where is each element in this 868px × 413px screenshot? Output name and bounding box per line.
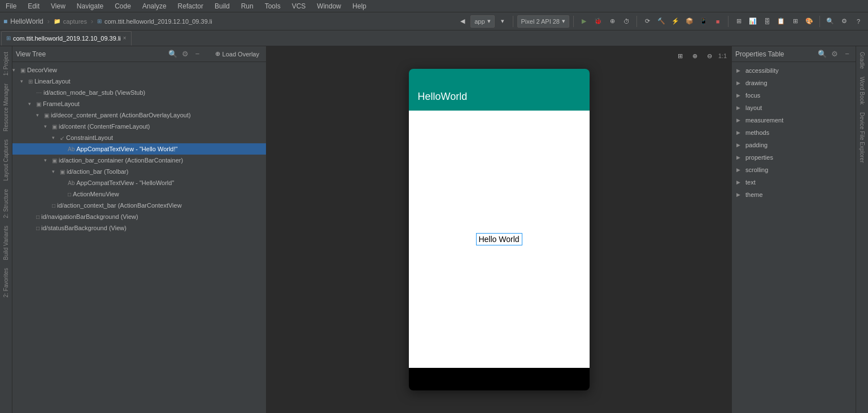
- prop-expand-arrow[interactable]: ▶: [736, 117, 744, 123]
- prop-expand-arrow[interactable]: ▶: [736, 68, 744, 73]
- props-minimize-btn[interactable]: −: [842, 49, 852, 59]
- prop-item[interactable]: ▶drawing: [732, 77, 856, 89]
- theme-btn[interactable]: 🎨: [803, 15, 815, 28]
- prop-expand-arrow[interactable]: ▶: [736, 142, 744, 148]
- view-tree-settings-btn[interactable]: ⚙: [180, 49, 190, 59]
- tree-item[interactable]: □ActionMenuView: [12, 188, 266, 200]
- props-search-btn[interactable]: 🔍: [817, 49, 827, 59]
- edge-tab-gradle[interactable]: Gradle: [858, 49, 866, 72]
- tree-item[interactable]: ▾▣id/decor_content_parent (ActionBarOver…: [12, 109, 266, 121]
- profiler-btn[interactable]: 📊: [747, 15, 759, 28]
- tree-item[interactable]: ▾▣id/content (ContentFrameLayout): [12, 121, 266, 132]
- build-btn[interactable]: 🔨: [655, 15, 668, 28]
- tree-item[interactable]: AbAppCompatTextView - "HelloWorld": [12, 177, 266, 188]
- device-dropdown[interactable]: Pixel 2 API 28 ▾: [517, 15, 570, 28]
- prop-expand-arrow[interactable]: ▶: [736, 130, 744, 135]
- prop-item[interactable]: ▶theme: [732, 188, 856, 201]
- help-btn[interactable]: ?: [852, 15, 865, 28]
- tree-item[interactable]: ▾↙ConstraintLayout: [12, 132, 266, 143]
- prop-item[interactable]: ▶methods: [732, 126, 856, 139]
- tree-item[interactable]: ▾▣id/action_bar (Toolbar): [12, 166, 266, 177]
- prop-item[interactable]: ▶layout: [732, 102, 856, 114]
- logcat-btn[interactable]: 📋: [775, 15, 787, 28]
- view-tree-search-btn[interactable]: 🔍: [168, 49, 178, 59]
- prop-item[interactable]: ▶properties: [732, 151, 856, 164]
- prop-expand-arrow[interactable]: ▶: [736, 167, 744, 173]
- props-settings-btn[interactable]: ⚙: [830, 49, 840, 59]
- reduce-zoom-btn[interactable]: ⊖: [704, 50, 716, 62]
- menu-navigate[interactable]: Navigate: [75, 1, 106, 11]
- dropdown-arrow[interactable]: ▾: [496, 15, 509, 28]
- layout-inspector-btn[interactable]: ⊞: [732, 15, 745, 28]
- menu-vcs[interactable]: VCS: [290, 1, 308, 11]
- prop-expand-arrow[interactable]: ▶: [736, 93, 744, 98]
- tree-item[interactable]: ▾▣id/action_bar_container (ActionBarCont…: [12, 155, 266, 166]
- tree-expand-arrow[interactable]: ▾: [44, 124, 52, 129]
- terminal-btn[interactable]: ⊞: [789, 15, 801, 28]
- prop-item[interactable]: ▶scrolling: [732, 164, 856, 176]
- edge-tab-device-files[interactable]: Device File Explorer: [858, 109, 866, 166]
- load-overlay-btn[interactable]: ⊕ Load Overlay: [212, 49, 263, 59]
- tree-item[interactable]: AbAppCompatTextView - "Hello World!": [12, 143, 266, 155]
- tree-expand-arrow[interactable]: ▾: [44, 157, 52, 163]
- tree-item[interactable]: ▾▣DecorView: [12, 64, 266, 76]
- tree-item[interactable]: □id/statusBarBackground (View): [12, 222, 266, 234]
- stop-btn[interactable]: ■: [712, 15, 724, 28]
- menu-tools[interactable]: Tools: [263, 1, 283, 11]
- tree-expand-arrow[interactable]: ▾: [20, 78, 28, 84]
- menu-code[interactable]: Code: [112, 1, 133, 11]
- tree-expand-arrow[interactable]: ▾: [52, 169, 60, 174]
- prop-item[interactable]: ▶accessibility: [732, 64, 856, 77]
- tree-item[interactable]: □id/action_context_bar (ActionBarContext…: [12, 200, 266, 211]
- tree-expand-arrow[interactable]: ▾: [36, 112, 44, 118]
- tree-expand-arrow[interactable]: ▾: [52, 135, 60, 140]
- sidebar-tab-build[interactable]: Build Variants: [2, 222, 10, 263]
- edge-tab-wordbook[interactable]: Word Book: [858, 73, 866, 108]
- prop-item[interactable]: ▶text: [732, 176, 856, 188]
- menu-help[interactable]: Help: [350, 1, 369, 11]
- prop-expand-arrow[interactable]: ▶: [736, 80, 744, 86]
- menu-build[interactable]: Build: [212, 1, 232, 11]
- menu-run[interactable]: Run: [239, 1, 256, 11]
- back-btn[interactable]: ◀: [456, 15, 469, 28]
- tree-item[interactable]: ⋯id/action_mode_bar_stub (ViewStub): [12, 87, 266, 98]
- prop-expand-arrow[interactable]: ▶: [736, 179, 744, 185]
- database-btn[interactable]: 🗄: [761, 15, 773, 28]
- add-zoom-btn[interactable]: ⊕: [689, 50, 701, 62]
- prop-expand-arrow[interactable]: ▶: [736, 192, 744, 197]
- prop-item[interactable]: ▶measurement: [732, 114, 856, 126]
- tree-item[interactable]: □id/navigationBarBackground (View): [12, 211, 266, 222]
- tree-expand-arrow[interactable]: ▾: [12, 67, 20, 73]
- tree-item[interactable]: ▾▣FrameLayout: [12, 98, 266, 109]
- app-dropdown[interactable]: app ▾: [470, 15, 494, 28]
- menu-refactor[interactable]: Refactor: [176, 1, 206, 11]
- prop-expand-arrow[interactable]: ▶: [736, 155, 744, 160]
- prop-expand-arrow[interactable]: ▶: [736, 105, 744, 111]
- profile-btn[interactable]: ⏱: [620, 15, 633, 28]
- tree-expand-arrow[interactable]: ▾: [28, 101, 36, 107]
- tree-item[interactable]: ▾⊞LinearLayout: [12, 76, 266, 87]
- menu-window[interactable]: Window: [315, 1, 343, 11]
- run-btn[interactable]: ▶: [578, 15, 590, 28]
- view-tree-minimize-btn[interactable]: −: [193, 49, 203, 59]
- menu-file[interactable]: File: [3, 1, 19, 11]
- menu-edit[interactable]: Edit: [25, 1, 42, 11]
- coverage-btn[interactable]: ⊕: [606, 15, 618, 28]
- debug-btn[interactable]: 🐞: [592, 15, 604, 28]
- gradle-btn[interactable]: ⚡: [669, 15, 682, 28]
- sidebar-tab-captures[interactable]: Layout Captures: [2, 136, 10, 184]
- prop-item[interactable]: ▶focus: [732, 89, 856, 102]
- sidebar-tab-resource[interactable]: Resource Manager: [2, 80, 10, 135]
- sidebar-tab-favorites[interactable]: 2: Favorites: [2, 265, 10, 301]
- prop-item[interactable]: ▶padding: [732, 139, 856, 151]
- sdk-btn[interactable]: 📦: [683, 15, 696, 28]
- sidebar-tab-project[interactable]: 1: Project: [2, 49, 10, 79]
- sync-btn[interactable]: ⟳: [641, 15, 653, 28]
- settings-btn[interactable]: ⚙: [838, 15, 850, 28]
- search-everywhere-btn[interactable]: 🔍: [824, 15, 836, 28]
- menu-analyze[interactable]: Analyze: [140, 1, 169, 11]
- menu-view[interactable]: View: [49, 1, 68, 11]
- avd-btn[interactable]: 📱: [697, 15, 710, 28]
- sidebar-tab-structure[interactable]: 2: Structure: [2, 186, 10, 222]
- tab-close-btn[interactable]: ×: [123, 35, 127, 41]
